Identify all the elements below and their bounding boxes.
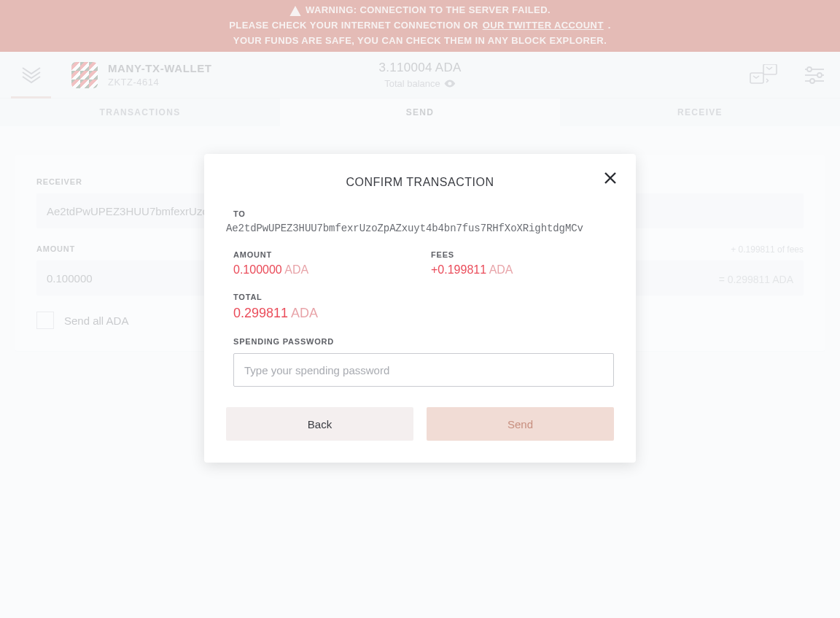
modal-amount-ticker: ADA — [284, 263, 308, 276]
modal-fees-ticker: ADA — [489, 263, 513, 276]
spending-password-input[interactable] — [233, 353, 614, 387]
modal-password-label: SPENDING PASSWORD — [233, 337, 614, 346]
modal-to-value: Ae2tdPwUPEZ3HUU7bmfexrUzoZpAZxuyt4b4bn7f… — [226, 223, 614, 234]
modal-fees-value: +0.199811 ADA — [431, 263, 614, 277]
close-icon[interactable] — [604, 171, 617, 185]
modal-total-number: 0.299811 — [233, 306, 288, 320]
modal-buttons: Back Send — [226, 407, 614, 441]
modal-amount-fees-row: AMOUNT 0.100000 ADA FEES +0.199811 ADA — [226, 250, 614, 277]
modal-to-section: TO — [226, 209, 614, 218]
modal-fees-number: +0.199811 — [431, 263, 486, 276]
modal-amount-label: AMOUNT — [233, 250, 416, 259]
modal-title: CONFIRM TRANSACTION — [226, 176, 614, 189]
modal-total-value: 0.299811 ADA — [233, 306, 614, 321]
back-button[interactable]: Back — [226, 407, 413, 441]
modal-amount-number: 0.100000 — [233, 263, 282, 276]
modal-total-ticker: ADA — [291, 306, 318, 320]
modal-to-label: TO — [233, 209, 614, 218]
modal-password-section: SPENDING PASSWORD — [226, 337, 614, 387]
modal-fees-label: FEES — [431, 250, 614, 259]
modal-amount-value: 0.100000 ADA — [233, 263, 416, 277]
send-button[interactable]: Send — [427, 407, 614, 441]
modal-fees-col: FEES +0.199811 ADA — [431, 250, 614, 277]
confirm-transaction-modal: CONFIRM TRANSACTION TO Ae2tdPwUPEZ3HUU7b… — [204, 154, 636, 463]
modal-total-section: TOTAL 0.299811 ADA — [226, 293, 614, 321]
modal-total-label: TOTAL — [233, 293, 614, 301]
modal-amount-col: AMOUNT 0.100000 ADA — [233, 250, 416, 277]
